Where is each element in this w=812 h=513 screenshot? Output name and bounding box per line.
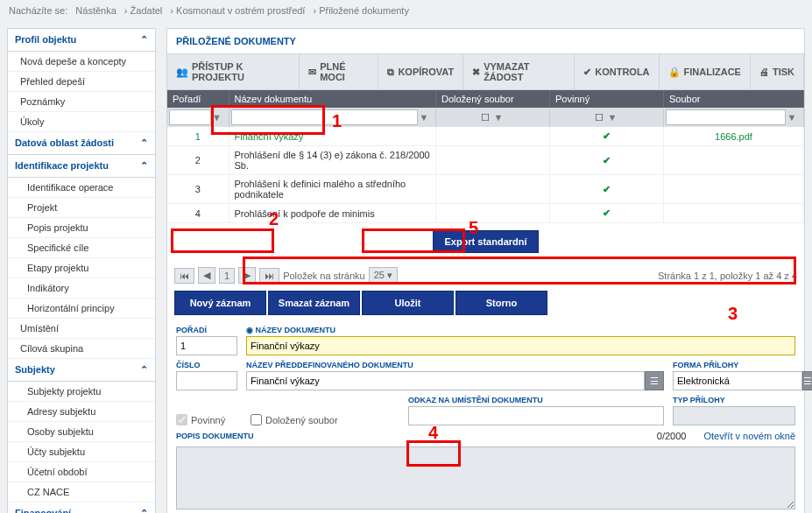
sidebar-item[interactable]: Účetní období [8,462,155,482]
tb-kopirovat[interactable]: ⧉KOPÍROVAT [378,54,463,89]
sidebar-group-profil[interactable]: Profil objektu⌃ [8,29,155,52]
pager-label: Položek na stránku [283,271,365,281]
tb-finalizace[interactable]: 🔒FINALIZACE [660,54,751,89]
pager: ⏮ ◀ 1 ▶ ⏭ Položek na stránku 25 ▾ Stránk… [167,260,804,291]
input-forma[interactable] [673,371,802,390]
sidebar-item[interactable]: Identifikace operace [8,178,155,198]
label-preddef: NÁZEV PŘEDDEFINOVANÉHO DOKUMENTU [246,361,664,369]
filter-icon[interactable]: ▼ [606,112,618,123]
char-counter: 0/2000 [657,431,687,441]
col-soubor[interactable]: Soubor [664,90,804,108]
label-typ: TYP PŘÍLOHY [673,396,795,404]
table-row[interactable]: 4Prohlášení k podpoře de minimis✔ [167,204,804,223]
toolbar: 👥PŘÍSTUP K PROJEKTU ✉PLNÉ MOCI ⧉KOPÍROVA… [167,54,804,90]
filter-icon[interactable]: ▼ [786,112,798,123]
sidebar-item[interactable]: Umístění [8,319,155,339]
filter-icon[interactable]: ▼ [211,112,223,123]
filter-icon[interactable]: ▼ [492,112,505,123]
label-popis: POPIS DOKUMENTU [176,432,254,440]
tb-tisk[interactable]: 🖨TISK [751,54,804,89]
label-nazev: NÁZEV DOKUMENTU [246,326,795,334]
sidebar-group-datova[interactable]: Datová oblast žádosti⌃ [8,132,155,155]
textarea-popis[interactable] [176,446,795,509]
input-nazev[interactable] [246,336,795,355]
filter-check[interactable]: ☐ [595,112,604,123]
chevron-up-icon: ⌃ [140,508,148,513]
sidebar-item[interactable]: Cílová skupina [8,339,155,359]
tb-plne-moci[interactable]: ✉PLNÉ MOCI [300,54,378,89]
table-row[interactable]: 2Prohlášení dle § 14 (3) e) zákona č. 21… [167,146,804,175]
tb-kontrola[interactable]: ✔KONTROLA [575,54,659,89]
chevron-up-icon: ⌃ [140,34,148,46]
sidebar-item[interactable]: Specifické cíle [8,238,155,258]
col-dolozeny[interactable]: Doložený soubor [436,90,550,108]
mail-icon: ✉ [308,67,316,78]
col-nazev[interactable]: Název dokumentu [229,90,436,108]
crumb[interactable]: Žadatel [131,5,163,16]
copy-icon: ⧉ [387,67,394,78]
tb-vymazat[interactable]: ✖VYMAZAT ŽÁDOST [463,54,575,89]
sidebar-group-identifikace[interactable]: Identifikace projektu⌃ [8,155,155,178]
input-odkaz[interactable] [408,406,664,425]
input-typ [673,406,795,425]
crumb[interactable]: Kosmonaut v ostrém prostředí [176,5,305,16]
sidebar-item[interactable]: Subjekty projektu [8,382,155,402]
save-button[interactable]: Uložit [362,291,454,315]
checkbox-dolozeny[interactable] [251,414,262,425]
list-icon[interactable]: ☰ [802,371,812,390]
delete-button[interactable]: Smazat záznam [268,291,360,315]
sidebar-item[interactable]: Poznámky [8,92,155,112]
print-icon: 🖨 [759,67,769,77]
table-row[interactable]: 1Finanční výkazy✔1666.pdf [167,127,804,146]
sidebar-item[interactable]: Etapy projektu [8,258,155,278]
col-poradi[interactable]: Pořadí [167,90,229,108]
lock-icon: 🔒 [668,67,681,78]
pager-last[interactable]: ⏭ [259,268,279,284]
pager-page[interactable]: 1 [219,268,235,284]
sidebar-item[interactable]: Účty subjektu [8,442,155,462]
cancel-button[interactable]: Storno [455,291,547,315]
sidebar-item[interactable]: Nová depeše a koncepty [8,52,155,72]
pager-prev[interactable]: ◀ [198,267,215,284]
pager-size[interactable]: 25 ▾ [369,267,398,284]
col-povinny[interactable]: Povinný [550,90,664,108]
table-row[interactable]: 3Prohlášení k definici malého a středníh… [167,175,804,204]
pager-info: Stránka 1 z 1, položky 1 až 4 z 4 [658,271,797,281]
sidebar-item[interactable]: Osoby subjektu [8,422,155,442]
sidebar-item[interactable]: Projekt [8,198,155,218]
input-preddef[interactable] [246,371,645,390]
crumb[interactable]: Přiložené dokumenty [319,5,409,16]
pager-next[interactable]: ▶ [238,267,256,284]
delete-icon: ✖ [472,67,480,78]
input-poradi[interactable] [176,336,237,355]
sidebar-group-financovani[interactable]: Financování⌃ [8,502,155,513]
checkbox-povinny [176,414,187,425]
sidebar-group-subjekty[interactable]: Subjekty⌃ [8,359,155,382]
label-odkaz: ODKAZ NA UMÍSTĚNÍ DOKUMENTU [408,396,664,404]
export-button[interactable]: Export standardní [433,230,538,253]
filter-soubor[interactable] [666,109,786,125]
sidebar-item[interactable]: Úkoly [8,112,155,132]
tb-pristup[interactable]: 👥PŘÍSTUP K PROJEKTU [167,54,300,89]
filter-nazev[interactable] [231,109,419,125]
filter-icon[interactable]: ▼ [418,112,430,123]
list-icon[interactable]: ☰ [645,371,664,390]
open-new-window[interactable]: Otevřít v novém okně [703,431,795,441]
sidebar-item[interactable]: Adresy subjektu [8,402,155,422]
filter-check[interactable]: ☐ [481,112,490,123]
label-forma: FORMA PŘÍLOHY [673,361,795,369]
label-poradi: POŘADÍ [176,326,237,334]
panel-title: PŘILOŽENÉ DOKUMENTY [167,29,804,54]
pager-first[interactable]: ⏮ [174,268,194,284]
sidebar-item[interactable]: Horizontální principy [8,299,155,319]
breadcrumb: Nacházíte se: Nástěnka › Žadatel › Kosmo… [0,0,812,21]
sidebar-item[interactable]: CZ NACE [8,482,155,502]
crumb[interactable]: Nástěnka [75,5,116,16]
sidebar-item[interactable]: Popis projektu [8,218,155,238]
sidebar-item[interactable]: Přehled depeší [8,72,155,92]
input-cislo[interactable] [176,371,237,390]
new-button[interactable]: Nový záznam [174,291,266,315]
documents-grid: Pořadí Název dokumentu Doložený soubor P… [167,90,804,223]
sidebar-item[interactable]: Indikátory [8,278,155,299]
filter-poradi[interactable] [169,109,211,125]
